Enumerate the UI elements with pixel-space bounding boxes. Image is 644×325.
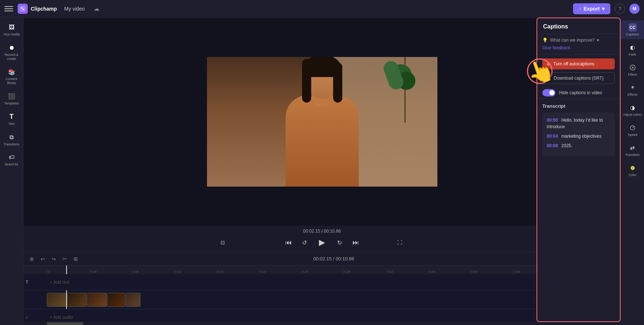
add-text-button[interactable]: + Add text	[47, 274, 621, 290]
forward-button[interactable]: ↻	[335, 237, 345, 248]
video-clip-3[interactable]	[87, 293, 107, 307]
total-time: 00:10.86	[324, 229, 341, 234]
feedback-chevron-icon[interactable]: ▾	[597, 38, 599, 43]
timeline-toolbar: ⊕ ↩ ↪ ✂ ⊞ 00:02.15 / 00:10.86 ⊡ 🔍 ⊞	[23, 252, 621, 265]
sidebar-item-label-content-library: Content library	[1, 77, 22, 85]
video-clip-2[interactable]	[67, 293, 86, 307]
sidebar-item-brand-kit[interactable]: 🏷 Brand kit	[0, 150, 23, 169]
transcript-line-0[interactable]: 00:00 Hello, today I'd like to introduce	[547, 117, 610, 130]
give-feedback-link[interactable]: Give feedback	[542, 45, 570, 50]
ruler-mark-5: 0:20	[259, 270, 301, 274]
captions-panel: Captions 💡 What can we improve? ▾ Give f…	[536, 18, 621, 322]
transcript-text-2: 2025.	[561, 143, 572, 148]
snap-tool-button[interactable]: ⊕	[28, 255, 36, 263]
video-track-content[interactable]	[47, 290, 621, 309]
cloud-save-icon: ☁	[92, 4, 101, 13]
ruler-mark-4: 0:16	[216, 270, 259, 274]
redo-button[interactable]: ↪	[50, 255, 58, 263]
right-sidebar-item-color[interactable]: Color	[621, 161, 644, 180]
right-sidebar-item-adjust-colors[interactable]: ◑ Adjust colors	[621, 101, 644, 119]
sidebar-item-your-media[interactable]: 🖼 Your media	[0, 20, 23, 39]
transcript-line-1[interactable]: 00:04 marketing objectives	[547, 133, 610, 139]
undo-button[interactable]: ↩	[39, 255, 47, 263]
logo-area: Clipchamp	[18, 4, 57, 14]
right-sidebar-label-filters: Filters	[628, 73, 637, 76]
text-track-icon: T	[26, 280, 28, 285]
ruler-mark-0: 0	[47, 270, 89, 274]
ruler-marks: 0 0:04 0:08 0:12 0:16 0:20 0:24 0:28 0:3…	[47, 265, 597, 274]
video-clip-5[interactable]	[126, 293, 140, 307]
video-clip-1[interactable]	[47, 293, 67, 307]
right-sidebar-label-effects: Effects	[628, 93, 637, 96]
lightbulb-icon: 💡	[542, 38, 548, 43]
cut-button[interactable]: ✂	[61, 255, 69, 263]
playback-controls: 00:02.15 / 00:10.86 ⊡ ⏮ ↺ ▶ ↻ ⏭ ⛶	[283, 236, 361, 249]
transitions-icon: ⧉	[8, 133, 16, 141]
sidebar-item-label-text: Text	[8, 122, 15, 126]
split-button[interactable]: ⊞	[72, 255, 80, 263]
transcript-time-2: 00:08	[547, 143, 558, 148]
right-sidebar-item-captions[interactable]: CC Captions	[621, 20, 644, 39]
audio-track-content[interactable]: + Add audio	[47, 309, 621, 322]
topbar: Clipchamp My video ☁ ↑ Export ▾ ? M	[0, 0, 644, 18]
right-sidebar-label-speed: Speed	[628, 133, 637, 137]
skip-forward-button[interactable]: ⏭	[351, 237, 361, 248]
templates-icon: ⬛	[8, 92, 16, 100]
export-label: Export	[584, 6, 600, 12]
right-sidebar-item-effects[interactable]: Effects	[621, 81, 644, 99]
download-captions-button[interactable]: ⬇ Download captions (SRT)	[542, 72, 615, 84]
transcript-line-2[interactable]: 00:08 2025.	[547, 142, 610, 149]
export-button[interactable]: ↑ Export ▾	[573, 3, 610, 14]
transcript-section: Transcript 00:00 Hello, today I'd like t…	[537, 99, 620, 321]
crop-button[interactable]: ⊡	[218, 237, 228, 248]
hide-captions-toggle[interactable]	[542, 89, 556, 96]
turn-off-autocaptions-button[interactable]: ⊘ Turn off autocaptions	[542, 58, 615, 69]
fade-icon: ◐	[629, 43, 637, 51]
app-logo-icon	[18, 4, 28, 14]
video-clip-4[interactable]	[107, 293, 125, 307]
sidebar-item-text[interactable]: T Text	[0, 110, 23, 129]
feedback-row: 💡 What can we improve? ▾	[542, 38, 615, 43]
effects-icon	[629, 84, 637, 92]
timeline-scrollbar[interactable]	[23, 322, 621, 325]
right-sidebar-item-fade[interactable]: ◐ Fade	[621, 41, 644, 59]
play-button[interactable]: ▶	[316, 236, 329, 249]
record-create-icon: ⏺	[8, 44, 16, 52]
right-sidebar-item-filters[interactable]: Filters	[621, 61, 644, 79]
text-track-content[interactable]: + Add text	[47, 274, 621, 290]
sidebar-item-templates[interactable]: ⬛ Templates	[0, 89, 23, 108]
timeline-scroll-thumb[interactable]	[47, 322, 83, 325]
feedback-question: What can we improve?	[550, 38, 595, 43]
right-sidebar-item-transition[interactable]: ⇄ Transition	[621, 141, 644, 160]
right-sidebar-label-fade: Fade	[629, 53, 636, 56]
svg-rect-0	[20, 6, 26, 12]
hide-captions-label: Hide captions in video	[559, 90, 602, 95]
ruler-mark-3: 0:12	[174, 270, 216, 274]
sidebar-item-content-library[interactable]: 📚 Content library	[0, 65, 23, 88]
project-name[interactable]: My video	[61, 4, 88, 13]
sidebar-item-label-brand-kit: Brand kit	[5, 162, 18, 167]
right-sidebar-label-color: Color	[629, 173, 637, 177]
text-track: T + Add text	[23, 274, 621, 290]
menu-icon[interactable]	[4, 4, 13, 13]
topbar-right: ↑ Export ▾ ? M	[573, 3, 640, 14]
add-audio-button[interactable]: + Add audio	[47, 309, 621, 322]
video-placeholder	[207, 57, 437, 187]
user-avatar[interactable]: M	[629, 4, 640, 14]
sidebar-item-label-transitions: Transitions	[4, 142, 20, 146]
sidebar-item-transitions[interactable]: ⧉ Transitions	[0, 130, 23, 149]
sidebar-item-label-templates: Templates	[4, 102, 19, 106]
help-button[interactable]: ?	[615, 4, 625, 14]
transcript-time-1: 00:04	[547, 134, 558, 139]
rewind-button[interactable]: ↺	[300, 237, 310, 248]
playback-area: ∧ 00:02.15 / 00:10.86 ⊡ ⏮ ↺ ▶ ↻ ⏭ ⛶	[23, 226, 621, 252]
fullscreen-button[interactable]: ⛶	[395, 237, 405, 248]
audio-track: ♪ + Add audio	[23, 309, 621, 322]
your-media-icon: 🖼	[8, 23, 16, 31]
skip-back-button[interactable]: ⏮	[283, 237, 294, 248]
current-time: 00:02.15	[303, 229, 320, 234]
sidebar-item-record-create[interactable]: ⏺ Record & create	[0, 41, 23, 64]
right-sidebar-item-speed[interactable]: Speed	[621, 121, 644, 139]
timeline-ruler: 0 0:04 0:08 0:12 0:16 0:20 0:24 0:28 0:3…	[23, 265, 621, 274]
right-sidebar-label-captions: Captions	[626, 32, 639, 36]
